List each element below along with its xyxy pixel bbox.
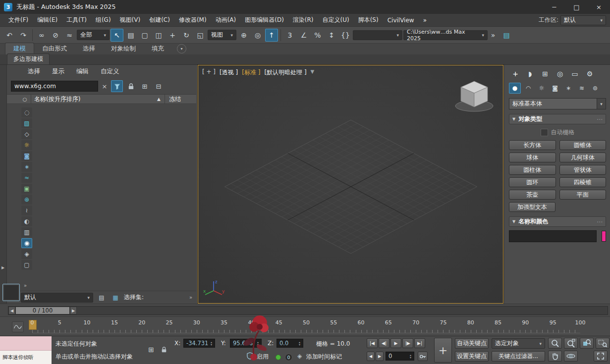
- hierarchy-tab-icon[interactable]: ⊞: [539, 68, 552, 80]
- viewport-menu-pov[interactable]: [透视 ]: [220, 68, 238, 77]
- viewport-filter-icon[interactable]: ▼: [311, 69, 315, 77]
- display-tab-icon[interactable]: ▭: [568, 68, 581, 80]
- object-name-input[interactable]: [509, 230, 597, 242]
- select-and-move-icon[interactable]: +: [166, 29, 179, 42]
- object-type-button[interactable]: 平面: [559, 190, 607, 200]
- subcategory-combo[interactable]: 标准基本体 ▾: [509, 98, 606, 109]
- explorer-more-icons[interactable]: »: [24, 283, 27, 288]
- sort-ascending-icon[interactable]: ▲: [157, 97, 161, 102]
- display-shapes-icon[interactable]: ◇: [21, 129, 32, 139]
- listener-macro-row[interactable]: [0, 336, 52, 351]
- current-frame-field[interactable]: 0 ▴▾: [386, 352, 414, 361]
- explorer-config-icon[interactable]: ▦: [110, 293, 121, 303]
- explorer-menu-item[interactable]: 选择: [22, 67, 46, 76]
- viewport[interactable]: [ + ] [透视 ] [标准 ] [默认明暗处理 ] ▼ x y z: [198, 65, 503, 304]
- explorer-column-header[interactable]: ○ 名称(按升序排序) ▲ 冻结: [7, 94, 196, 104]
- ribbon-config-icon[interactable]: ▾: [177, 44, 186, 53]
- menubar-overflow[interactable]: »: [419, 17, 431, 24]
- spinner-snap-icon[interactable]: ↕: [325, 29, 338, 42]
- view-cube[interactable]: [451, 76, 497, 113]
- menu-item[interactable]: 自定义(U): [318, 16, 354, 24]
- object-type-button[interactable]: 圆环: [509, 177, 556, 187]
- menu-item[interactable]: 组(G): [91, 16, 115, 24]
- time-slider-handle[interactable]: 0 / 100: [15, 307, 70, 314]
- key-filter-selected-combo[interactable]: 选定对象▾: [492, 338, 545, 349]
- z-coordinate-field[interactable]: 0.0 ▴▾: [277, 339, 303, 348]
- previous-key-button[interactable]: ◀: [367, 352, 375, 361]
- asset-tracking-icon[interactable]: ▤: [499, 29, 514, 42]
- workspace-combo[interactable]: 默认 ▾: [560, 15, 606, 25]
- maximize-button[interactable]: □: [565, 0, 588, 14]
- select-by-name-icon[interactable]: ▤: [124, 29, 137, 42]
- create-tab-icon[interactable]: +: [509, 68, 522, 80]
- menu-item[interactable]: 图形编辑器(D): [240, 16, 288, 24]
- safe-script-shield-icon[interactable]: [247, 352, 253, 360]
- time-step-forward-button[interactable]: ▶: [70, 307, 77, 314]
- isolate-count-badge[interactable]: 0: [285, 354, 292, 361]
- key-mode-toggle-icon[interactable]: [418, 352, 428, 361]
- zoom-extents-icon[interactable]: [580, 338, 594, 349]
- display-containers-icon[interactable]: ▥: [21, 227, 32, 237]
- object-type-button[interactable]: 球体: [509, 153, 556, 162]
- shapes-icon[interactable]: ◠: [522, 83, 534, 94]
- object-type-button-textplus[interactable]: 加强型文本: [509, 202, 555, 212]
- viewport-menu-general[interactable]: [ + ]: [202, 68, 216, 77]
- select-object-icon[interactable]: ↖: [111, 29, 123, 42]
- display-lights-icon[interactable]: ☼: [21, 140, 32, 150]
- viewport-menu-shading[interactable]: [默认明暗处理 ]: [264, 68, 306, 77]
- close-button[interactable]: ×: [588, 0, 610, 14]
- visibility-toggle-icon[interactable]: ◉: [21, 238, 32, 248]
- select-and-scale-icon[interactable]: ◱: [194, 29, 207, 42]
- ribbon-panel-tab[interactable]: 多边形建模: [7, 53, 50, 64]
- display-filter-icon[interactable]: [111, 80, 123, 92]
- set-key-button[interactable]: 设置关键点: [455, 351, 489, 362]
- maximize-viewport-icon[interactable]: [594, 351, 608, 362]
- menu-item[interactable]: 编辑(E): [33, 16, 62, 24]
- snaps-toggle-icon[interactable]: 3: [283, 29, 296, 42]
- rectangular-selection-region-icon[interactable]: ▢: [138, 29, 151, 42]
- name-color-rollout[interactable]: ▼ 名称和颜色 ⋯: [509, 216, 606, 227]
- ribbon-tab[interactable]: 填充: [144, 43, 172, 54]
- explorer-bottom-more[interactable]: »: [189, 295, 192, 300]
- undo-icon[interactable]: ↶: [3, 29, 16, 42]
- key-filters-button[interactable]: 关键点过滤器...: [492, 351, 545, 362]
- object-color-swatch[interactable]: [602, 231, 606, 242]
- mini-curve-editor-icon[interactable]: [12, 321, 24, 332]
- clear-search-icon[interactable]: ×: [100, 83, 109, 90]
- menu-item[interactable]: CivilView: [383, 17, 419, 24]
- explorer-list-area[interactable]: ◌▧◇☼◙∗≈▣⊕≀◐▥◉◈▢ »: [7, 104, 196, 291]
- ribbon-tab[interactable]: 自由形式: [34, 43, 75, 54]
- layer-manager-icon[interactable]: ▤: [96, 293, 107, 303]
- set-keys-big-button[interactable]: +: [434, 338, 452, 363]
- display-xrefs-icon[interactable]: ⊕: [21, 195, 32, 205]
- time-step-back-button[interactable]: ◀: [8, 307, 15, 314]
- absolute-offset-mode-icon[interactable]: ⊞: [145, 344, 158, 355]
- listener-script-row[interactable]: 脚本迷你侦听: [0, 351, 52, 364]
- pan-hand-icon[interactable]: [548, 351, 562, 362]
- display-influences-icon[interactable]: ◌: [21, 107, 32, 117]
- menu-item[interactable]: 动画(A): [211, 16, 241, 24]
- space-warps-icon[interactable]: ≋: [576, 83, 588, 94]
- display-groups-icon[interactable]: ▣: [21, 184, 32, 194]
- helpers-icon[interactable]: ∗: [562, 83, 574, 94]
- lock-explorer-icon[interactable]: [125, 80, 137, 92]
- orbit-icon[interactable]: [564, 351, 578, 362]
- object-type-button[interactable]: 几何球体: [559, 153, 607, 162]
- explorer-menu-item[interactable]: 编辑: [70, 67, 95, 76]
- x-coordinate-field[interactable]: -34.731 ▴▾: [183, 339, 215, 348]
- explorer-menu-item[interactable]: 自定义: [95, 67, 125, 76]
- menu-item[interactable]: 视图(V): [115, 16, 145, 24]
- y-coordinate-field[interactable]: 95.688 ▴▾: [230, 339, 262, 348]
- project-path-combo[interactable]: C:\Users\ww…ds Max 2025▾: [403, 30, 488, 40]
- zoom-icon[interactable]: [548, 338, 562, 349]
- sync-selection-icon[interactable]: ⊟: [153, 80, 165, 92]
- selection-filter-combo[interactable]: 全部▾: [77, 30, 110, 40]
- object-type-button[interactable]: 四棱锥: [559, 177, 607, 187]
- select-and-manipulate-icon[interactable]: ◎: [251, 29, 264, 42]
- cameras-icon[interactable]: ◙: [549, 83, 561, 94]
- viewport-menu-layout[interactable]: [标准 ]: [242, 68, 260, 77]
- named-selection-sets-combo[interactable]: ▾: [353, 30, 402, 40]
- toolbar-overflow[interactable]: »: [489, 29, 498, 42]
- explorer-menu-item[interactable]: 显示: [46, 67, 70, 76]
- object-type-button[interactable]: 管状体: [559, 165, 607, 175]
